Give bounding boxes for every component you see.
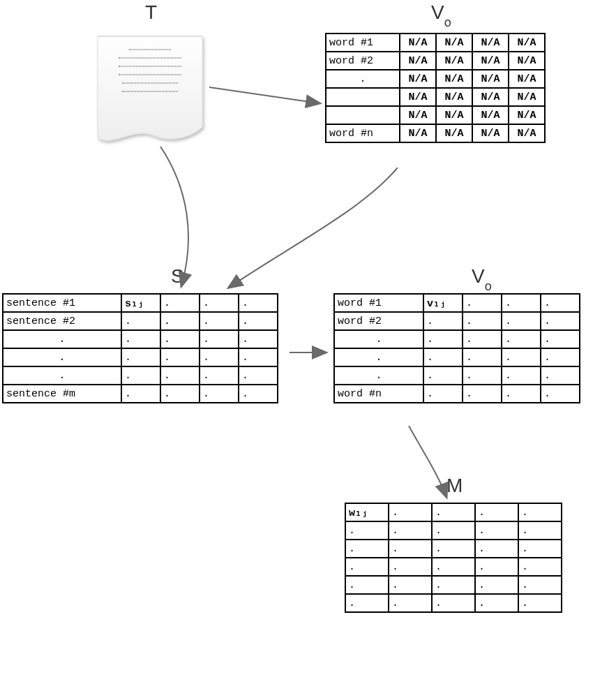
m-cell: . xyxy=(345,540,389,558)
s-cell: . xyxy=(239,330,278,348)
s-cell: . xyxy=(200,385,239,403)
vo-bot-cell: . xyxy=(423,312,463,330)
arrow-S-to-Vobot xyxy=(290,346,331,359)
vo-bot-cell: . xyxy=(423,348,463,366)
vo-bottom-table: word #1v₁ⱼ...word #2...................w… xyxy=(333,293,580,403)
vo-top-cell: N/A xyxy=(436,106,472,124)
vo-top-cell: N/A xyxy=(400,52,436,70)
vo-bot-cell: . xyxy=(423,385,463,403)
s-cell: . xyxy=(200,348,239,366)
m-cell: . xyxy=(345,558,389,576)
s-cell: . xyxy=(200,330,239,348)
vo-top-row-label: word #n xyxy=(326,124,400,142)
vo-bot-cell: . xyxy=(463,312,502,330)
m-cell: . xyxy=(432,503,475,521)
vo-top-cell: N/A xyxy=(436,34,472,52)
vo-top-cell: N/A xyxy=(509,106,545,124)
label-Vo-bottom: Vo xyxy=(472,265,492,291)
label-T: T xyxy=(145,1,157,24)
vo-top-cell: N/A xyxy=(472,124,509,142)
m-cell: . xyxy=(475,576,518,594)
m-cell: . xyxy=(475,521,518,540)
s-cell: . xyxy=(160,312,200,330)
svg-line-0 xyxy=(209,87,320,103)
s-cell: s₁ⱼ xyxy=(121,294,160,312)
s-row-label: . xyxy=(3,330,121,348)
s-cell: . xyxy=(239,366,278,385)
label-Vo-bot-sub: o xyxy=(485,279,492,293)
s-cell: . xyxy=(121,366,160,385)
vo-bot-cell: . xyxy=(541,330,580,348)
s-table: sentence #1s₁ⱼ...sentence #2............… xyxy=(2,293,278,403)
m-cell: . xyxy=(432,540,475,558)
vo-bot-cell: . xyxy=(502,366,541,385)
vo-top-cell: N/A xyxy=(509,88,545,106)
s-cell: . xyxy=(160,366,200,385)
vo-bot-cell: . xyxy=(423,330,463,348)
vo-bot-cell: . xyxy=(463,294,502,312)
vo-bot-row-label: . xyxy=(334,348,423,366)
vo-top-cell: N/A xyxy=(472,52,509,70)
vo-top-row-label xyxy=(326,88,400,106)
m-cell: . xyxy=(345,521,389,540)
m-cell: . xyxy=(389,576,432,594)
vo-bot-cell: . xyxy=(502,385,541,403)
s-row-label: sentence #m xyxy=(3,385,121,403)
vo-top-cell: N/A xyxy=(436,52,472,70)
s-cell: . xyxy=(160,330,200,348)
vo-top-cell: N/A xyxy=(472,34,509,52)
s-cell: . xyxy=(239,385,278,403)
m-cell: . xyxy=(345,594,389,612)
m-cell: . xyxy=(345,576,389,594)
m-cell: . xyxy=(432,558,475,576)
arrow-T-to-S xyxy=(140,147,223,290)
vo-bot-row-label: word #2 xyxy=(334,312,423,330)
s-cell: . xyxy=(121,330,160,348)
m-cell: . xyxy=(389,540,432,558)
s-cell: . xyxy=(160,385,200,403)
vo-bot-cell: . xyxy=(502,348,541,366)
arrow-Votop-to-S xyxy=(223,168,405,293)
vo-bot-cell: . xyxy=(463,330,502,348)
vo-top-cell: N/A xyxy=(400,34,436,52)
m-cell: . xyxy=(518,594,562,612)
vo-bot-cell: . xyxy=(423,366,463,385)
label-Vo-top: Vo xyxy=(431,1,451,27)
label-Vo-top-main: V xyxy=(431,1,444,23)
vo-top-cell: N/A xyxy=(400,106,436,124)
vo-top-row-label xyxy=(326,106,400,124)
m-cell: . xyxy=(518,540,562,558)
vo-bot-cell: . xyxy=(502,294,541,312)
vo-bot-cell: . xyxy=(463,385,502,403)
s-cell: . xyxy=(239,348,278,366)
m-cell: . xyxy=(518,576,562,594)
s-row-label: . xyxy=(3,348,121,366)
vo-top-row-label: word #2 xyxy=(326,52,400,70)
m-cell: . xyxy=(432,521,475,540)
vo-top-cell: N/A xyxy=(472,106,509,124)
vo-bot-cell: . xyxy=(463,366,502,385)
m-cell: . xyxy=(389,558,432,576)
s-cell: . xyxy=(160,348,200,366)
m-cell: . xyxy=(389,521,432,540)
s-row-label: . xyxy=(3,366,121,385)
m-table: w₁ⱼ............................. xyxy=(345,503,562,613)
s-cell: . xyxy=(200,366,239,385)
vo-bot-row-label: word #1 xyxy=(334,294,423,312)
vo-top-cell: N/A xyxy=(509,52,545,70)
m-cell: w₁ⱼ xyxy=(345,503,389,521)
vo-bot-cell: . xyxy=(541,385,580,403)
vo-top-row-label: word #1 xyxy=(326,34,400,52)
vo-bot-cell: . xyxy=(541,366,580,385)
vo-bot-row-label: word #n xyxy=(334,385,423,403)
vo-top-cell: N/A xyxy=(509,124,545,142)
m-cell: . xyxy=(475,540,518,558)
vo-top-cell: N/A xyxy=(400,124,436,142)
m-cell: . xyxy=(389,594,432,612)
vo-bot-cell: . xyxy=(502,330,541,348)
s-cell: . xyxy=(121,385,160,403)
s-cell: . xyxy=(121,348,160,366)
m-cell: . xyxy=(518,521,562,540)
vo-top-cell: N/A xyxy=(436,124,472,142)
label-Vo-bot-main: V xyxy=(472,265,485,287)
